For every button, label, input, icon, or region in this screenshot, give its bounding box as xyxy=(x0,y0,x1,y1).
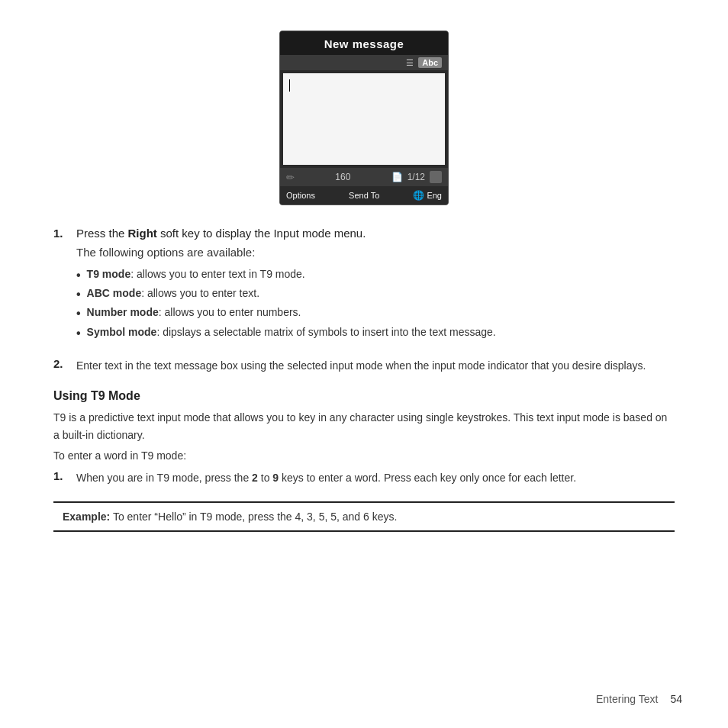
bullet-text-3: : dipslays a selectable matrix of symbol… xyxy=(156,326,495,338)
footer-label: Entering Text xyxy=(596,693,658,705)
bullet-list: T9 mode: allows you to enter text in T9 … xyxy=(76,268,675,340)
step-2-content: Enter text in the text message box using… xyxy=(76,357,675,374)
bullet-bold-3: Symbol mode xyxy=(87,326,157,338)
step-1-number: 1. xyxy=(53,227,69,345)
section-heading: Using T9 Mode xyxy=(53,389,675,403)
square-button xyxy=(430,171,442,183)
phone-screen: New message ☰ Abc ✏ 160 📄 1/12 Option xyxy=(279,31,449,205)
list-item: ABC mode: allows you to enter text. xyxy=(76,287,675,301)
softkey-left: Options xyxy=(286,191,315,200)
page-info: 1/12 xyxy=(407,172,425,182)
step-1-text: Press the Right soft key to display the … xyxy=(76,227,675,240)
list-item: Number mode: allows you to enter numbers… xyxy=(76,306,675,321)
softkey-middle: Send To xyxy=(349,191,379,200)
phone-text-area xyxy=(283,73,445,165)
list-item: Symbol mode: dipslays a selectable matri… xyxy=(76,326,675,340)
substep-1-number: 1. xyxy=(53,469,69,486)
bullet-bold-0: T9 mode xyxy=(87,268,131,280)
example-text: To enter “Hello” in T9 mode, press the 4… xyxy=(110,511,397,523)
pencil-icon: ✏ xyxy=(286,172,295,183)
globe-icon: 🌐 xyxy=(413,190,424,201)
bullet-text-0: : allows you to enter text in T9 mode. xyxy=(130,268,305,280)
bullet-text-2: : allows you to enter numbers. xyxy=(159,306,301,318)
abc-badge: Abc xyxy=(418,57,442,68)
step-1-text-end: soft key to display the Input mode menu. xyxy=(157,227,366,240)
substep-bold-2: 2 xyxy=(252,472,258,484)
phone-screenshot: New message ☰ Abc ✏ 160 📄 1/12 Option xyxy=(46,31,682,205)
phone-cursor xyxy=(289,79,290,92)
substep-1: 1. When you are in T9 mode, press the 2 … xyxy=(53,469,675,486)
substep-text-end: keys to enter a word. Press each key onl… xyxy=(279,472,576,484)
softkey-right: 🌐 Eng xyxy=(413,190,442,201)
step-1-content: Press the Right soft key to display the … xyxy=(76,227,675,345)
phone-title-bar: New message xyxy=(280,31,448,55)
page: New message ☰ Abc ✏ 160 📄 1/12 Option xyxy=(0,0,728,578)
bullet-bold-1: ABC mode xyxy=(87,287,142,299)
bullet-text-1: : allows you to enter text. xyxy=(141,287,259,299)
substep-1-text: When you are in T9 mode, press the 2 to … xyxy=(76,469,675,486)
step-1: 1. Press the Right soft key to display t… xyxy=(53,227,675,345)
substep-bold-9: 9 xyxy=(272,472,279,484)
phone-title: New message xyxy=(324,37,404,50)
page-footer: Entering Text 54 xyxy=(596,693,682,705)
phone-bottom-bar: ✏ 160 📄 1/12 xyxy=(280,168,448,186)
example-box: Example: To enter “Hello” in T9 mode, pr… xyxy=(53,501,675,532)
following-options-label: The following options are available: xyxy=(76,246,675,259)
bullet-bold-2: Number mode xyxy=(87,306,159,318)
phone-status-bar: ☰ Abc xyxy=(280,55,448,70)
to-enter-label: To enter a word in T9 mode: xyxy=(53,449,675,462)
main-content: 1. Press the Right soft key to display t… xyxy=(46,227,682,532)
step-1-text-start: Press the xyxy=(76,227,128,240)
step-2-text: Enter text in the text message box using… xyxy=(76,357,675,374)
step-2: 2. Enter text in the text message box us… xyxy=(53,357,675,374)
list-item: T9 mode: allows you to enter text in T9 … xyxy=(76,268,675,282)
step-1-bold: Right xyxy=(128,227,157,240)
substep-text-start: When you are in T9 mode, press the xyxy=(76,472,252,484)
substep-text-middle: to xyxy=(258,472,272,484)
phone-softkey-bar: Options Send To 🌐 Eng xyxy=(280,186,448,205)
example-label: Example: xyxy=(63,511,110,523)
step-2-number: 2. xyxy=(53,357,69,374)
phone-menu-icon: ☰ xyxy=(406,58,414,68)
section-body-1: T9 is a predictive text input mode that … xyxy=(53,409,675,443)
eng-label: Eng xyxy=(427,191,442,200)
doc-icon: 📄 xyxy=(391,172,403,182)
char-count: 160 xyxy=(299,172,387,182)
substep-1-content: When you are in T9 mode, press the 2 to … xyxy=(76,469,675,486)
page-number: 54 xyxy=(670,693,682,705)
